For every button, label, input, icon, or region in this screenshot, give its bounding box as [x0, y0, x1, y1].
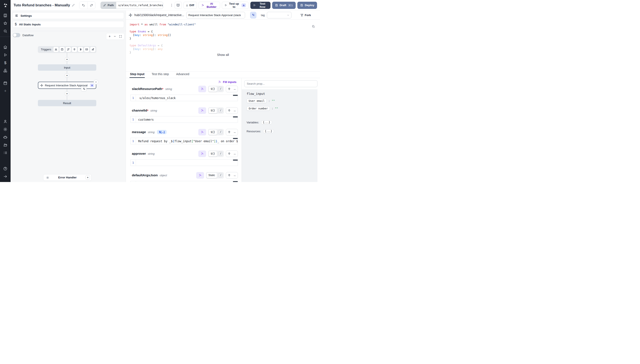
path-value[interactable]: u/alex/tuto_refund_branches_	[116, 2, 163, 9]
arrow-right-icon[interactable]: →	[233, 174, 236, 177]
redo-button[interactable]	[88, 2, 96, 9]
workspace-icon[interactable]	[0, 12, 10, 19]
hub-script-path[interactable]: hub/11500/slack/request_interactive...	[134, 13, 184, 17]
field-value[interactable]: customers	[136, 116, 154, 122]
input-node[interactable]: Input	[38, 64, 96, 71]
function-mode-icon[interactable]: f	[218, 152, 222, 156]
resources-expand-chip[interactable]: {...}	[263, 129, 274, 133]
kafka-trigger-icon[interactable]	[78, 47, 83, 52]
expr-mode-button[interactable]: ${}	[208, 151, 217, 156]
fill-inputs-button[interactable]: Fill inputs	[217, 80, 238, 84]
function-mode-icon[interactable]: f	[218, 87, 222, 91]
docs-book-button[interactable]	[174, 2, 182, 9]
tab-step-input[interactable]: Step Input	[130, 72, 145, 78]
variables-dollar-icon[interactable]: $	[0, 59, 10, 67]
error-handler-node[interactable]: Error Handler +	[43, 174, 92, 181]
add-step-plus-button[interactable]: +	[65, 92, 69, 96]
webhook-trigger-icon[interactable]	[53, 47, 58, 52]
path-field[interactable]: Path u/alex/tuto_refund_branches_	[100, 2, 163, 9]
workers-robot-icon[interactable]	[0, 133, 10, 141]
step-summary-input[interactable]	[186, 12, 245, 18]
editor-scrollbar[interactable]	[233, 160, 238, 161]
add-plus-icon[interactable]: +	[0, 87, 10, 95]
all-static-inputs-card[interactable]: $ All Static Inputs	[12, 21, 124, 28]
audit-logs-list-icon[interactable]	[0, 149, 10, 156]
draft-button[interactable]: Draft ⌘S	[272, 2, 296, 9]
field-editor[interactable]: 1 u/alex/humorous_slack	[130, 94, 238, 101]
field-value[interactable]: u/alex/humorous_slack	[136, 95, 176, 101]
schedules-calendar-icon[interactable]	[0, 79, 10, 87]
tab-advanced[interactable]: Advanced	[176, 72, 190, 78]
add-step-plus-button[interactable]: +	[65, 74, 69, 78]
function-mode-icon[interactable]: f	[218, 108, 222, 112]
copy-code-icon[interactable]	[310, 25, 316, 28]
runs-play-icon[interactable]	[0, 51, 10, 59]
field-editor[interactable]: 1	[130, 181, 238, 182]
zoom-out-button[interactable]: −	[114, 34, 116, 38]
expr-mode-button[interactable]: ${}	[208, 86, 217, 92]
favorites-star-icon[interactable]	[0, 19, 10, 27]
editor-scrollbar[interactable]	[233, 138, 238, 139]
arrow-right-icon[interactable]: →	[233, 130, 236, 134]
arrow-right-icon[interactable]: →	[233, 87, 236, 90]
flow-settings-card[interactable]: Settings	[12, 12, 124, 19]
tab-test-this-step[interactable]: Test this step	[151, 72, 169, 78]
home-icon[interactable]	[0, 43, 10, 51]
field-value[interactable]: Refund request by _${flow_input["User em…	[136, 138, 238, 144]
ai-fill-wand-button[interactable]	[198, 150, 206, 157]
prop-key-chip[interactable]: Order number	[246, 106, 270, 111]
route-trigger-icon[interactable]	[66, 47, 71, 52]
field-editor[interactable]: 1 customers	[130, 116, 238, 123]
undo-button[interactable]	[79, 2, 88, 9]
plug-icon[interactable]	[228, 109, 231, 112]
slack-approval-step-node[interactable]: Request Interactive Slack Approval (... …	[38, 82, 96, 89]
function-mode-icon[interactable]: f	[218, 173, 222, 177]
result-node[interactable]: Result	[38, 100, 96, 106]
ai-fill-wand-button[interactable]	[198, 107, 206, 114]
show-all-button[interactable]: Show all	[126, 53, 320, 57]
websocket-trigger-icon[interactable]	[72, 47, 77, 52]
expr-mode-button[interactable]: ${}	[208, 129, 217, 135]
plug-icon[interactable]	[228, 88, 231, 90]
editor-scrollbar[interactable]	[233, 116, 238, 118]
help-icon[interactable]	[0, 165, 10, 172]
triggers-bar[interactable]: Triggers	[38, 46, 96, 53]
suspend-approval-phone-icon[interactable]	[250, 12, 256, 18]
editor-scrollbar[interactable]	[233, 95, 238, 96]
expand-arrow-icon[interactable]	[0, 172, 10, 180]
field-value[interactable]	[136, 181, 138, 182]
code-viewer[interactable]: import * as wmill from "windmill-client"…	[126, 20, 320, 72]
tag-select[interactable]	[267, 12, 292, 18]
prop-key-chip[interactable]: User email	[246, 98, 267, 103]
ai-fill-wand-button[interactable]	[196, 172, 204, 178]
field-value[interactable]	[136, 160, 138, 166]
remove-step-close-icon[interactable]	[94, 80, 98, 84]
field-editor[interactable]: 1	[130, 159, 238, 166]
test-up-to-button[interactable]: Test up to a	[222, 2, 249, 9]
add-error-handler-plus-button[interactable]: +	[86, 175, 90, 180]
ai-fill-wand-button[interactable]	[198, 129, 206, 136]
arrow-right-icon[interactable]: →	[233, 109, 236, 112]
static-mode-button[interactable]: Static	[206, 172, 217, 178]
deploy-button[interactable]: Deploy	[297, 2, 317, 9]
field-editor[interactable]: 1 Refund request by _${flow_input["User …	[130, 138, 238, 144]
arrow-right-icon[interactable]: →	[233, 152, 236, 155]
settings-gear-icon[interactable]	[0, 125, 10, 133]
dataflow-toggle[interactable]	[13, 33, 20, 37]
resources-cubes-icon[interactable]	[0, 67, 10, 74]
diff-button[interactable]: ± Diff	[184, 2, 197, 9]
add-step-plus-button[interactable]: +	[65, 57, 69, 61]
email-trigger-icon[interactable]	[84, 47, 89, 52]
fork-button[interactable]: Fork	[299, 13, 312, 17]
plug-icon[interactable]	[228, 174, 231, 177]
windmill-logo-icon[interactable]	[0, 0, 10, 10]
function-mode-icon[interactable]: f	[218, 130, 222, 134]
user-icon[interactable]	[0, 118, 10, 125]
schedule-trigger-icon[interactable]	[60, 47, 65, 52]
zoom-in-button[interactable]: +	[108, 34, 110, 38]
edit-title-pencil-icon[interactable]	[72, 4, 75, 7]
expr-mode-button[interactable]: ${}	[208, 108, 217, 114]
ai-fill-wand-button[interactable]	[198, 86, 206, 92]
test-flow-button[interactable]: Test flow	[250, 2, 270, 9]
variables-expand-chip[interactable]: {...}	[261, 120, 272, 124]
